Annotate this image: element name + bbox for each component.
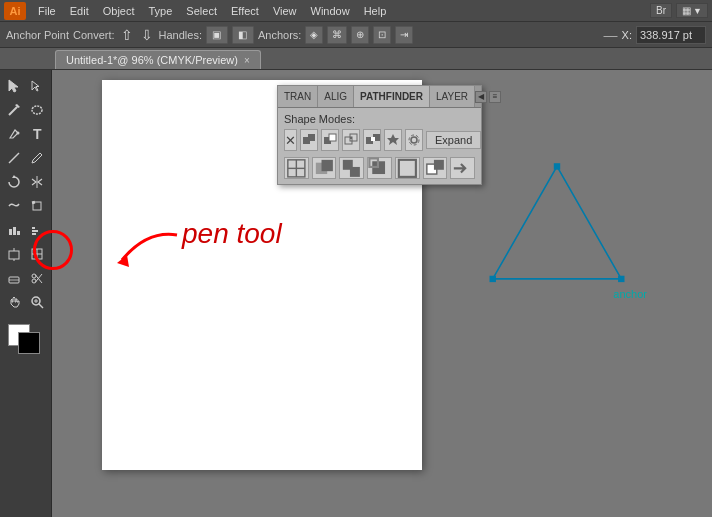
menu-help[interactable]: Help (358, 3, 393, 19)
pen-tool[interactable] (2, 122, 26, 146)
svg-rect-9 (9, 229, 12, 235)
svg-rect-52 (350, 167, 360, 177)
convert-btn-1[interactable]: ⇧ (119, 27, 135, 43)
panel-tabs: TRAN ALIG PATHFINDER LAYER ◀ ≡ (278, 86, 481, 108)
pathfinder-buttons (284, 157, 475, 179)
svg-line-24 (36, 275, 43, 283)
svg-rect-33 (618, 276, 624, 282)
tool-row-4 (2, 146, 49, 170)
panel-collapse-btn[interactable]: ◀ (475, 91, 487, 103)
convert-label: Convert: (73, 29, 115, 41)
eraser-tool[interactable] (2, 266, 26, 290)
convert-btn-2[interactable]: ⇩ (139, 27, 155, 43)
expand-button[interactable]: Expand (426, 131, 481, 149)
svg-line-0 (9, 107, 17, 115)
menu-window[interactable]: Window (305, 3, 356, 19)
tab-close-btn[interactable]: × (244, 55, 250, 66)
menu-file[interactable]: File (32, 3, 62, 19)
tool-row-2 (2, 98, 49, 122)
slice-tool[interactable] (26, 242, 50, 266)
shape-modes-buttons: ✕ (284, 129, 475, 151)
magic-wand-tool[interactable] (2, 98, 26, 122)
svg-rect-38 (329, 134, 336, 141)
anchors-btn-1[interactable]: ◈ (305, 26, 323, 44)
menu-edit[interactable]: Edit (64, 3, 95, 19)
shape-mode-minus[interactable] (321, 129, 339, 151)
ai-logo: Ai (4, 2, 26, 20)
svg-marker-43 (387, 134, 399, 145)
menu-view[interactable]: View (267, 3, 303, 19)
menu-select[interactable]: Select (180, 3, 223, 19)
menu-type[interactable]: Type (143, 3, 179, 19)
panel-tab-tran[interactable]: TRAN (278, 86, 318, 107)
panel-tab-alig[interactable]: ALIG (318, 86, 354, 107)
color-swatches[interactable] (4, 320, 48, 356)
anchor-label: anchor (613, 288, 647, 300)
shape-mode-close[interactable]: ✕ (284, 129, 297, 151)
anchors-btn-4[interactable]: ⊡ (373, 26, 391, 44)
selection-tool[interactable] (2, 74, 26, 98)
shape-mode-unite[interactable] (300, 129, 318, 151)
tool-row-6 (2, 194, 49, 218)
svg-rect-34 (490, 276, 496, 282)
anchors-btn-5[interactable]: ⇥ (395, 26, 413, 44)
lasso-tool[interactable] (26, 98, 50, 122)
pf-extra[interactable] (450, 157, 475, 179)
shape-mode-intersect[interactable] (342, 129, 360, 151)
minus-icon: — (604, 27, 618, 43)
handles-btn-1[interactable]: ▣ (206, 26, 228, 44)
expand-container: Expand (426, 131, 481, 149)
shape-mode-exclude[interactable] (363, 129, 381, 151)
pf-trim[interactable] (312, 157, 337, 179)
shape-mode-settings[interactable] (405, 129, 423, 151)
document-tab[interactable]: Untitled-1*@ 96% (CMYK/Preview) × (55, 50, 261, 69)
stroke-color[interactable] (18, 332, 40, 354)
br-btn[interactable]: Br (650, 3, 672, 18)
tool-row-7 (2, 218, 49, 242)
canvas-area[interactable]: pen tool anchor TRAN ALIG PATHFINDER LAY… (52, 70, 712, 517)
line-tool[interactable] (2, 146, 26, 170)
hand-tool[interactable] (2, 290, 26, 314)
anchors-btn-3[interactable]: ⊕ (351, 26, 369, 44)
pf-merge[interactable] (339, 157, 364, 179)
svg-line-4 (9, 153, 19, 163)
svg-rect-57 (434, 159, 444, 169)
scissors-tool[interactable] (26, 266, 50, 290)
type-tool[interactable]: T (26, 122, 50, 146)
paintbrush-tool[interactable] (26, 146, 50, 170)
zoom-tool[interactable] (26, 290, 50, 314)
workspace-btn[interactable]: ▦▼ (676, 3, 708, 18)
svg-rect-32 (554, 163, 560, 169)
bar-graph-tool[interactable] (26, 218, 50, 242)
svg-rect-55 (399, 159, 416, 176)
svg-line-25 (36, 274, 43, 282)
warp-tool[interactable] (2, 194, 26, 218)
column-graph-tool[interactable] (2, 218, 26, 242)
svg-point-23 (32, 279, 36, 283)
menu-object[interactable]: Object (97, 3, 141, 19)
shape-mode-star[interactable] (384, 129, 402, 151)
artboard-tool[interactable] (2, 242, 26, 266)
free-transform-tool[interactable] (26, 194, 50, 218)
panel-tab-layer[interactable]: LAYER (430, 86, 475, 107)
pf-crop[interactable] (367, 157, 392, 179)
rotate-tool[interactable] (2, 170, 26, 194)
pf-outline[interactable] (395, 157, 420, 179)
direct-selection-tool[interactable] (26, 74, 50, 98)
svg-rect-13 (32, 230, 38, 232)
panel-tab-pathfinder[interactable]: PATHFINDER (354, 86, 430, 107)
pf-divide[interactable] (284, 157, 309, 179)
handles-btn-2[interactable]: ◧ (232, 26, 254, 44)
svg-rect-11 (17, 231, 20, 235)
pf-minus-back[interactable] (423, 157, 448, 179)
anchors-btn-2[interactable]: ⌘ (327, 26, 347, 44)
triangle-shape (482, 150, 632, 290)
reflect-tool[interactable] (26, 170, 50, 194)
svg-point-44 (411, 137, 417, 143)
svg-point-3 (16, 132, 19, 135)
tool-row-3: T (2, 122, 49, 146)
x-input[interactable] (636, 26, 706, 44)
options-bar: Anchor Point Convert: ⇧ ⇩ Handles: ▣ ◧ A… (0, 22, 712, 48)
panel-menu-btn[interactable]: ≡ (489, 91, 501, 103)
menu-effect[interactable]: Effect (225, 3, 265, 19)
